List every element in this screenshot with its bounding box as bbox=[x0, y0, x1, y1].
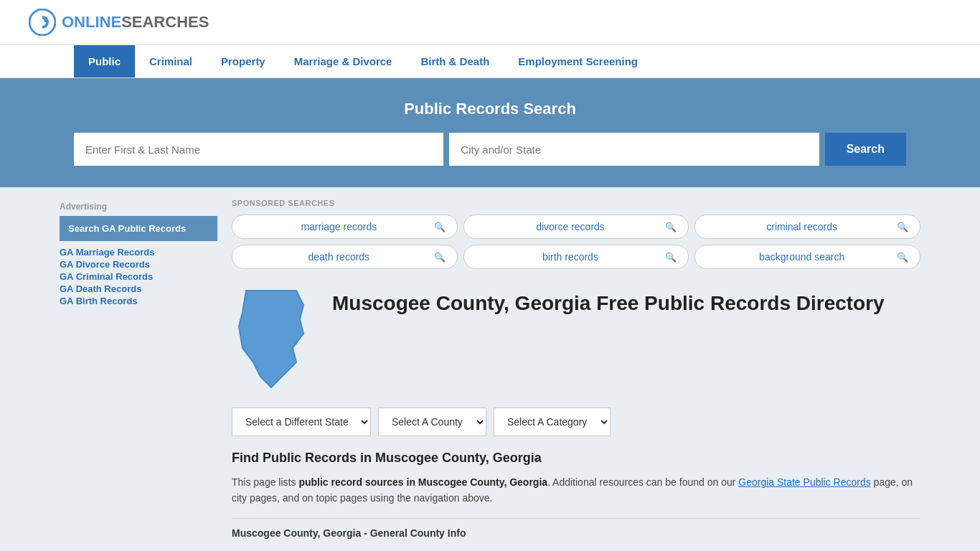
find-section-title: Find Public Records in Muscogee County, … bbox=[232, 451, 920, 466]
section-divider bbox=[232, 518, 920, 519]
content-area: SPONSORED SEARCHES marriage records 🔍 di… bbox=[232, 187, 920, 550]
sponsored-pill-criminal-text: criminal records bbox=[707, 221, 897, 232]
search-icon-marriage: 🔍 bbox=[434, 222, 446, 232]
sidebar-link-marriage[interactable]: GA Marriage Records bbox=[60, 247, 217, 258]
search-icon-divorce: 🔍 bbox=[665, 222, 677, 232]
category-dropdown[interactable]: Select A Category bbox=[494, 408, 611, 436]
find-section-text: This page lists public record sources in… bbox=[232, 474, 920, 507]
name-input[interactable] bbox=[74, 133, 443, 166]
sponsored-pill-background[interactable]: background search 🔍 bbox=[694, 245, 920, 269]
georgia-state-link[interactable]: Georgia State Public Records bbox=[738, 476, 870, 488]
sponsored-pill-death-text: death records bbox=[244, 251, 434, 263]
county-area: Muscogee County, Georgia Free Public Rec… bbox=[232, 283, 920, 393]
search-button[interactable]: Search bbox=[825, 133, 906, 166]
main-content: Advertising Search GA Public Records GA … bbox=[45, 187, 935, 550]
main-nav: Public Criminal Property Marriage & Divo… bbox=[0, 45, 980, 78]
nav-item-criminal[interactable]: Criminal bbox=[135, 45, 207, 77]
nav-item-marriage-divorce[interactable]: Marriage & Divorce bbox=[280, 45, 407, 77]
svg-marker-2 bbox=[239, 291, 303, 387]
logo-icon bbox=[29, 9, 56, 36]
nav-item-employment[interactable]: Employment Screening bbox=[504, 45, 652, 77]
sidebar-ad-label: Advertising bbox=[60, 202, 217, 212]
sidebar: Advertising Search GA Public Records GA … bbox=[60, 187, 217, 550]
sponsored-pill-divorce-text: divorce records bbox=[476, 221, 666, 232]
sidebar-link-divorce[interactable]: GA Divorce Records bbox=[60, 259, 217, 270]
sponsored-grid: marriage records 🔍 divorce records 🔍 cri… bbox=[232, 215, 920, 269]
state-dropdown[interactable]: Select a Different State bbox=[232, 408, 371, 436]
sidebar-link-criminal[interactable]: GA Criminal Records bbox=[60, 271, 217, 282]
search-icon-death: 🔍 bbox=[434, 252, 446, 263]
nav-item-birth-death[interactable]: Birth & Death bbox=[406, 45, 504, 77]
sponsored-pill-marriage-text: marriage records bbox=[244, 221, 434, 232]
sponsored-pill-marriage[interactable]: marriage records 🔍 bbox=[232, 215, 458, 239]
logo: ONLINESEARCHES bbox=[29, 9, 209, 36]
sponsored-pill-divorce[interactable]: divorce records 🔍 bbox=[463, 215, 689, 239]
nav-inner: Public Criminal Property Marriage & Divo… bbox=[45, 45, 935, 77]
county-dropdown[interactable]: Select A County bbox=[378, 408, 486, 436]
sponsored-label: SPONSORED SEARCHES bbox=[232, 199, 920, 207]
header: ONLINESEARCHES bbox=[0, 0, 980, 45]
find-text-before: This page lists bbox=[232, 476, 298, 488]
sidebar-ad-box[interactable]: Search GA Public Records bbox=[60, 216, 217, 241]
sponsored-pill-birth-text: birth records bbox=[476, 251, 666, 263]
search-icon-criminal: 🔍 bbox=[897, 222, 908, 232]
sponsored-pill-criminal[interactable]: criminal records 🔍 bbox=[694, 215, 920, 239]
search-row: Search bbox=[74, 133, 906, 166]
logo-text: ONLINESEARCHES bbox=[62, 13, 209, 32]
sponsored-pill-birth[interactable]: birth records 🔍 bbox=[463, 245, 689, 269]
search-banner: Public Records Search Search bbox=[0, 78, 980, 187]
sidebar-links: GA Marriage Records GA Divorce Records G… bbox=[60, 247, 217, 306]
find-text-after: . Additional resources can be found on o… bbox=[547, 476, 738, 488]
georgia-map-svg bbox=[232, 283, 318, 391]
state-map bbox=[232, 283, 318, 393]
logo-online: ONLINE bbox=[62, 13, 121, 31]
banner-title: Public Records Search bbox=[29, 100, 951, 118]
nav-item-property[interactable]: Property bbox=[207, 45, 280, 77]
general-info-subtitle: Muscogee County, Georgia - General Count… bbox=[232, 527, 920, 539]
logo-searches: SEARCHES bbox=[121, 13, 209, 31]
search-icon-background: 🔍 bbox=[897, 252, 908, 263]
sidebar-link-death[interactable]: GA Death Records bbox=[60, 283, 217, 294]
nav-item-public[interactable]: Public bbox=[74, 45, 135, 77]
sponsored-pill-death[interactable]: death records 🔍 bbox=[232, 245, 458, 269]
county-title: Muscogee County, Georgia Free Public Rec… bbox=[332, 283, 885, 316]
find-text-bold: public record sources in Muscogee County… bbox=[298, 476, 547, 488]
city-input[interactable] bbox=[449, 133, 819, 166]
sidebar-link-birth[interactable]: GA Birth Records bbox=[60, 296, 217, 306]
search-icon-birth: 🔍 bbox=[665, 252, 677, 263]
sponsored-pill-background-text: background search bbox=[707, 251, 897, 263]
dropdown-row: Select a Different State Select A County… bbox=[232, 408, 920, 436]
